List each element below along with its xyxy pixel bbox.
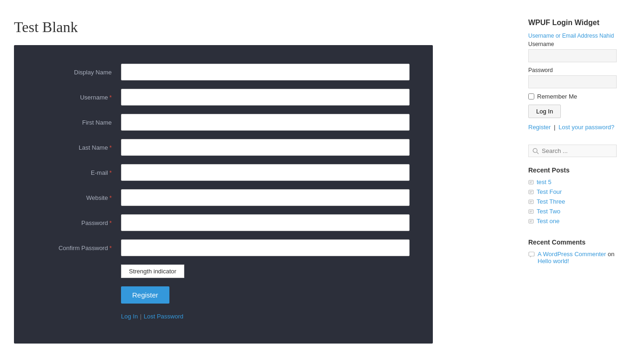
svg-rect-2: [529, 180, 533, 184]
svg-rect-5: [529, 190, 533, 194]
list-item: Test Three: [528, 198, 617, 205]
username-label: Username*: [37, 94, 121, 101]
first-name-label: First Name: [37, 119, 121, 126]
svg-line-1: [537, 152, 538, 154]
strength-indicator: Strength indicator: [121, 265, 184, 278]
search-input[interactable]: [542, 147, 613, 154]
password-label: Password*: [37, 219, 121, 226]
confirm-password-required: *: [109, 245, 112, 251]
post-icon: [528, 179, 534, 185]
email-required: *: [109, 169, 112, 176]
widget-title: WPUF Login Widget: [528, 19, 617, 27]
remember-row: Remember Me: [528, 93, 617, 100]
sidebar-lost-password-link[interactable]: Lost your password?: [559, 124, 614, 131]
username-required: *: [109, 94, 112, 101]
svg-rect-17: [529, 252, 534, 256]
last-name-required: *: [109, 144, 112, 151]
comment-on: on: [608, 251, 614, 258]
last-name-row: Last Name*: [37, 139, 410, 156]
svg-point-0: [533, 148, 537, 152]
svg-rect-14: [529, 219, 533, 223]
link-separator: |: [140, 313, 141, 320]
list-item: Test Four: [528, 188, 617, 195]
sidebar-password-label: Password: [528, 67, 617, 73]
comment-post-link[interactable]: Hello world!: [538, 258, 569, 265]
first-name-input[interactable]: [121, 114, 410, 131]
remember-checkbox[interactable]: [528, 93, 534, 99]
post-icon: [528, 209, 534, 214]
display-name-input[interactable]: [121, 64, 410, 80]
login-widget: WPUF Login Widget Username or Email Addr…: [528, 19, 617, 131]
last-name-input[interactable]: [121, 139, 410, 156]
search-icon: [532, 148, 539, 154]
strength-row: Strength indicator: [37, 265, 410, 278]
confirm-password-input[interactable]: [121, 239, 410, 256]
comment-text: A WordPress Commenter on Hello world!: [538, 251, 617, 265]
register-row: Register: [37, 286, 410, 304]
username-email-label: Username or Email Address Nahid: [528, 33, 617, 39]
sidebar-username-label: Username: [528, 41, 617, 47]
recent-post-link-5[interactable]: Test one: [537, 218, 559, 225]
last-name-label: Last Name*: [37, 144, 121, 151]
list-item: Test one: [528, 218, 617, 225]
password-required: *: [109, 219, 112, 226]
first-name-row: First Name: [37, 114, 410, 131]
recent-comments-widget: Recent Comments A WordPress Commenter on…: [528, 238, 617, 265]
sidebar-username-input[interactable]: [528, 49, 617, 62]
form-links: Log In | Lost Password: [37, 313, 410, 320]
recent-posts-list: test 5 Test Four Test Three Test Two Tes…: [528, 179, 617, 225]
comment-item: A WordPress Commenter on Hello world!: [528, 251, 617, 265]
comment-icon: [528, 251, 535, 258]
display-name-row: Display Name: [37, 64, 410, 80]
recent-post-link-3[interactable]: Test Three: [537, 198, 565, 205]
sidebar-register-links: Register | Lost your password?: [528, 124, 617, 131]
recent-posts-widget: Recent Posts test 5 Test Four Test Three…: [528, 166, 617, 225]
list-item: test 5: [528, 179, 617, 185]
recent-post-link-4[interactable]: Test Two: [537, 208, 560, 215]
registration-form: Display Name Username* First Name Last N…: [14, 45, 433, 344]
sidebar-login-button[interactable]: Log In: [528, 105, 561, 118]
display-name-label: Display Name: [37, 69, 121, 76]
recent-post-link-2[interactable]: Test Four: [537, 188, 562, 195]
sidebar-links-separator: |: [554, 124, 557, 131]
post-icon: [528, 218, 534, 224]
sidebar-register-link[interactable]: Register: [528, 124, 551, 131]
sidebar-password-input[interactable]: [528, 75, 617, 88]
login-link[interactable]: Log In: [121, 313, 138, 320]
page-title: Test Blank: [14, 19, 505, 36]
website-required: *: [109, 194, 112, 201]
confirm-password-label: Confirm Password*: [37, 245, 121, 251]
remember-label: Remember Me: [537, 93, 577, 100]
list-item: Test Two: [528, 208, 617, 215]
post-icon: [528, 189, 534, 195]
lost-password-link[interactable]: Lost Password: [144, 313, 183, 320]
search-box: [528, 145, 617, 157]
email-row: E-mail*: [37, 164, 410, 181]
website-input[interactable]: [121, 189, 410, 206]
username-input[interactable]: [121, 89, 410, 106]
svg-rect-8: [529, 200, 533, 204]
email-label: E-mail*: [37, 169, 121, 176]
confirm-password-row: Confirm Password*: [37, 239, 410, 256]
svg-rect-11: [529, 210, 533, 213]
post-icon: [528, 199, 534, 205]
website-label: Website*: [37, 194, 121, 201]
username-row: Username*: [37, 89, 410, 106]
register-button[interactable]: Register: [121, 286, 169, 304]
password-input[interactable]: [121, 214, 410, 231]
recent-comments-title: Recent Comments: [528, 238, 617, 246]
website-row: Website*: [37, 189, 410, 206]
password-row: Password*: [37, 214, 410, 231]
recent-posts-title: Recent Posts: [528, 166, 617, 174]
comment-author-link[interactable]: A WordPress Commenter: [538, 251, 606, 258]
sidebar: WPUF Login Widget Username or Email Addr…: [519, 9, 626, 353]
email-input[interactable]: [121, 164, 410, 181]
recent-post-link-1[interactable]: test 5: [537, 179, 552, 185]
